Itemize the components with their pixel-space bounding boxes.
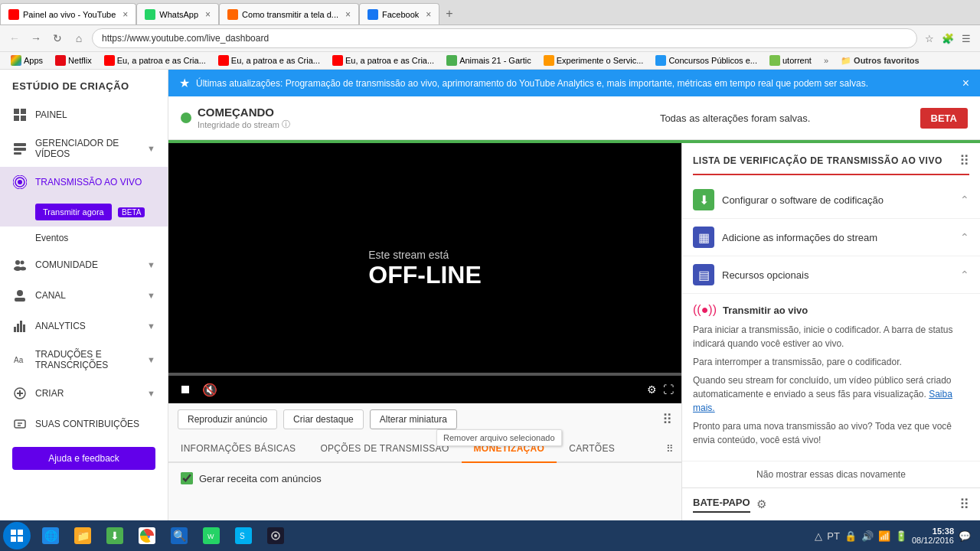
criar-destaque-button[interactable]: Criar destaque xyxy=(283,409,364,429)
tray-icon-2: 🔒 xyxy=(844,530,857,542)
bookmark-utorrent[interactable]: utorrent xyxy=(765,54,816,67)
tab-close-como[interactable]: × xyxy=(345,9,351,20)
sidebar-item-criar[interactable]: CRIAR ▼ xyxy=(0,378,168,409)
tooltip-remover: Remover arquivo selecionado xyxy=(436,429,562,446)
sidebar-item-gerenciador[interactable]: GERENCIADOR DE VÍDEOS ▼ xyxy=(0,130,168,167)
ci-chevron-recursos[interactable]: ⌃ xyxy=(960,269,969,281)
fullscreen-button[interactable]: ⛶ xyxy=(663,383,674,396)
rp-red-line xyxy=(693,174,969,175)
whatsapp-icon: W xyxy=(203,527,220,544)
bookmark-yt1[interactable]: Eu, a patroa e as Cria... xyxy=(100,54,211,67)
taskbar-ie[interactable]: 🌐 xyxy=(35,522,66,549)
outros-favoritos[interactable]: 📁 Outros favoritos xyxy=(836,54,924,67)
sidebar-item-painel[interactable]: PAINEL xyxy=(0,99,168,130)
settings-button[interactable]: ⚙ xyxy=(647,383,657,396)
no-tips[interactable]: Não mostrar essas dicas novamente xyxy=(682,461,980,487)
bookmark-apps-label: Apps xyxy=(24,56,43,65)
tab-whatsapp[interactable]: WhatsApp × xyxy=(136,3,219,24)
tab-youtube[interactable]: Painel ao vivo - YouTube × xyxy=(0,3,136,24)
eventos-item[interactable]: Eventos xyxy=(0,227,168,249)
bookmark-concursos[interactable]: Concursos Públicos e... xyxy=(651,54,762,67)
taskbar-obs[interactable] xyxy=(260,522,291,549)
ci-chevron-adicione[interactable]: ⌃ xyxy=(960,231,969,243)
taskbar-skype[interactable]: S xyxy=(228,522,259,549)
receita-checkbox[interactable] xyxy=(181,472,193,484)
checklist-item-configurar[interactable]: ⬇ Configurar o software de codificação ⌃ xyxy=(682,181,980,219)
tab-label-como: Como transmitir a tela d... xyxy=(242,10,338,19)
sidebar-item-transmissao[interactable]: TRANSMISSÃO AO VIVO xyxy=(0,167,168,197)
tabs-more-button[interactable]: ⠿ xyxy=(658,443,681,455)
tab-cartoes[interactable]: CARTÕES xyxy=(557,435,627,463)
address-bar[interactable]: https://www.youtube.com/live_dashboard xyxy=(92,28,917,48)
notifications-icon[interactable]: 💬 xyxy=(959,530,971,542)
checklist-item-recursos[interactable]: ▤ Recursos opcionais ⌃ xyxy=(682,256,980,294)
beta-button[interactable]: BETA xyxy=(920,108,968,129)
browser-toolbar: ← → ↻ ⌂ https://www.youtube.com/live_das… xyxy=(0,25,980,52)
start-button[interactable] xyxy=(3,522,31,549)
refresh-button[interactable]: ↻ xyxy=(49,30,66,47)
rp-dots[interactable]: ⠿ xyxy=(959,152,969,169)
help-feedback-button[interactable]: Ajuda e feedback xyxy=(12,447,155,470)
taskbar-fdm[interactable]: ⬇ xyxy=(100,522,130,549)
tab-facebook[interactable]: Facebook × xyxy=(359,3,439,24)
lang-indicator[interactable]: PT xyxy=(827,530,840,542)
date-display: 08/12/2016 xyxy=(912,536,954,545)
stream-header: COMEÇANDO Integridade do stream ⓘ Todas … xyxy=(168,96,980,140)
video-controls-bar: ⏹ 🔇 ⚙ ⛶ xyxy=(168,373,681,403)
video-action-dots[interactable]: ⠿ xyxy=(662,411,672,428)
progress-bar[interactable] xyxy=(168,373,681,376)
bookmark-apps[interactable]: Apps xyxy=(6,54,47,67)
bookmark-yt3[interactable]: Eu, a patroa e as Cria... xyxy=(328,54,439,67)
alterar-miniatura-button[interactable]: Alterar miniatura xyxy=(370,409,457,429)
menu-icon[interactable]: ☰ xyxy=(959,31,974,46)
bookmark-netflix[interactable]: Netflix xyxy=(51,54,96,67)
tab-close-yt[interactable]: × xyxy=(122,9,128,20)
criar-icon xyxy=(12,386,28,401)
banner-close-button[interactable]: × xyxy=(962,77,969,90)
taskbar-chrome[interactable] xyxy=(132,522,162,549)
sidebar-item-analytics[interactable]: ANALYTICS ▼ xyxy=(0,311,168,341)
chat-title: BATE-PAPO xyxy=(693,497,750,513)
new-tab-button[interactable]: + xyxy=(439,3,459,24)
tab-close-fb[interactable]: × xyxy=(426,9,431,20)
analytics-icon xyxy=(12,318,28,334)
status-dot xyxy=(181,112,191,123)
star-icon[interactable]: ☆ xyxy=(922,31,937,46)
home-button[interactable]: ⌂ xyxy=(70,30,87,47)
tab-como[interactable]: Como transmitir a tela d... × xyxy=(219,3,359,24)
back-button[interactable]: ← xyxy=(6,30,23,47)
taskbar-explorer[interactable]: 📁 xyxy=(67,522,98,549)
checklist-item-adicione[interactable]: ▦ Adicione as informações do stream ⌃ xyxy=(682,219,980,256)
extension-icon[interactable]: 🧩 xyxy=(940,31,956,46)
forward-button[interactable]: → xyxy=(28,30,44,47)
sidebar-item-traducoes[interactable]: Aa TRADUÇÕES E TRANSCRIÇÕES ▼ xyxy=(0,341,168,378)
bookmark-experimente-label: Experimente o Servic... xyxy=(557,56,644,65)
transmitir-agora-item[interactable]: Transmitir agora BETA xyxy=(0,197,168,227)
bookmark-experimente[interactable]: Experimente o Servic... xyxy=(539,54,648,67)
content-area: ★ Últimas atualizações: Programação de t… xyxy=(168,70,980,520)
tab-informacoes[interactable]: INFORMAÇÕES BÁSICAS xyxy=(168,435,308,463)
main-content: ESTÚDIO DE CRIAÇÃO PAINEL GERENCIADOR DE… xyxy=(0,70,980,520)
volume-button[interactable]: 🔇 xyxy=(201,380,219,399)
ci-chevron-configurar[interactable]: ⌃ xyxy=(960,194,969,206)
reproducir-button[interactable]: Reproduzir anúncio xyxy=(178,409,277,429)
sidebar-item-contribuicoes[interactable]: SUAS CONTRIBUIÇÕES xyxy=(0,409,168,439)
taskbar-search[interactable]: 🔍 xyxy=(164,522,194,549)
sidebar-item-canal[interactable]: CANAL ▼ xyxy=(0,280,168,311)
live-broadcast-section: ((●)) Transmitir ao vivo Para iniciar a … xyxy=(682,294,980,461)
painel-icon xyxy=(12,107,28,122)
chat-gear-icon[interactable]: ⚙ xyxy=(756,497,766,511)
tray-icon-1[interactable]: △ xyxy=(815,530,822,542)
bookmark-yt2[interactable]: Eu, a patroa e as Cria... xyxy=(214,54,325,67)
bookmark-animais[interactable]: Animais 21 - Gartic xyxy=(442,54,536,67)
svg-rect-28 xyxy=(18,530,23,535)
bookmarks-more[interactable]: » xyxy=(819,54,833,67)
transmitir-agora-button[interactable]: Transmitir agora xyxy=(35,204,112,220)
stream-left: Este stream está OFF-LINE ⏹ 🔇 ⚙ xyxy=(168,143,681,520)
chat-dots[interactable]: ⠿ xyxy=(959,496,969,513)
sidebar-item-comunidade[interactable]: COMUNIDADE ▼ xyxy=(0,249,168,280)
criar-arrow: ▼ xyxy=(147,389,155,398)
tab-close-wa[interactable]: × xyxy=(205,9,211,20)
stop-button[interactable]: ⏹ xyxy=(176,380,194,399)
taskbar-whatsapp[interactable]: W xyxy=(196,522,227,549)
